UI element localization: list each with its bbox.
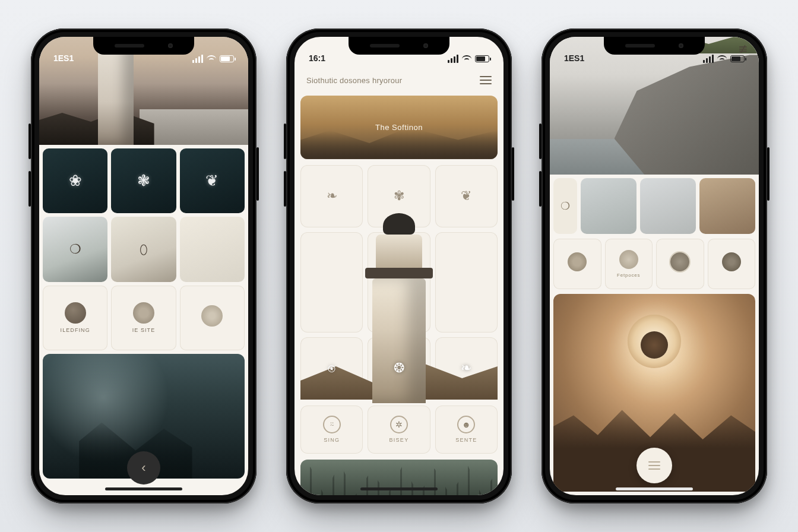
grid-tile[interactable]: ❦ — [435, 165, 498, 227]
status-icons — [448, 55, 489, 63]
fab-menu-button[interactable] — [636, 448, 672, 483]
seed-icon: ⬯ — [140, 242, 148, 257]
tile-drop-icon[interactable]: ❍ — [43, 217, 107, 281]
page-title: Siothutic dosones hryorour — [306, 76, 402, 85]
tile-blank[interactable] — [180, 217, 245, 281]
bud-icon: ✾ — [394, 188, 404, 204]
grid-tile[interactable] — [435, 232, 498, 332]
battery-icon — [475, 55, 489, 62]
drop-icon: ❍ — [560, 200, 570, 213]
wifi-icon — [207, 55, 216, 62]
status-time: 16:1 — [309, 53, 325, 63]
signal-icon — [703, 55, 714, 63]
category-row: ILEDFING IE SITE — [39, 286, 248, 354]
category-label: ILEDFING — [61, 327, 90, 333]
category-icon — [722, 252, 741, 271]
tile-shell-icon[interactable]: ❃ — [111, 148, 176, 213]
thumb-tile[interactable] — [581, 178, 636, 234]
wifi-icon — [717, 55, 727, 62]
tile-coral-icon[interactable]: ❀ — [43, 148, 107, 213]
nav-label: SENTE — [455, 437, 477, 443]
fern-icon: ❦ — [461, 188, 471, 204]
signal-icon — [192, 55, 203, 63]
status-time: 1ES1 — [564, 53, 584, 63]
phone-mock-2: 16:1 Siothutic dosones hryorour The Soft… — [286, 28, 512, 504]
menu-icon — [648, 465, 660, 466]
notch — [349, 37, 449, 55]
nav-label: BISEY — [390, 437, 409, 443]
category-row: Fetpoces — [550, 234, 759, 294]
category-tile[interactable] — [656, 239, 704, 289]
grid-tile[interactable]: ✾ — [368, 165, 430, 227]
category-label: Fetpoces — [617, 273, 640, 278]
side-glyph-tile[interactable]: ❍ — [553, 178, 577, 234]
status-icons — [192, 55, 234, 63]
category-icon — [201, 305, 223, 327]
thumb-row: ❍ — [550, 175, 759, 234]
notch — [604, 37, 705, 55]
grid-tile[interactable] — [368, 232, 430, 332]
banner-title: The Softinon — [300, 96, 498, 159]
category-icon — [619, 250, 638, 269]
flower-icon: ✲ — [390, 416, 408, 433]
nav-item-1[interactable]: ⍨ SING — [300, 406, 363, 454]
mushroom-icon: ⍨ — [323, 416, 341, 433]
chevron-left-icon: ‹ — [141, 460, 145, 476]
grid-tile[interactable]: ❧ — [435, 337, 498, 400]
menu-icon[interactable] — [480, 76, 492, 84]
nut-icon: ❂ — [394, 360, 404, 376]
category-tile[interactable] — [553, 239, 601, 289]
tile-row-light: ❍ ⬯ — [39, 217, 248, 285]
grid-tile[interactable]: ❂ — [368, 337, 430, 400]
shell-icon: ❃ — [137, 172, 150, 190]
category-icon — [65, 302, 86, 324]
face-icon: ☻ — [457, 416, 475, 433]
tile-row-dark: ❀ ❃ ❦ — [39, 145, 248, 217]
coral-icon: ❀ — [69, 172, 82, 190]
category-tile[interactable]: Fetpoces — [605, 239, 653, 289]
leaf-icon: ❦ — [205, 172, 218, 190]
home-indicator[interactable] — [105, 487, 182, 490]
category-label: IE SITE — [132, 327, 156, 333]
battery-icon — [220, 55, 234, 62]
grid-tile[interactable] — [300, 232, 363, 332]
home-indicator[interactable] — [360, 487, 438, 490]
phone-mock-3: 1ES1 ≢ ❍ Fetpoces — [542, 28, 767, 504]
category-icon — [568, 252, 587, 271]
category-tile-3[interactable] — [180, 286, 245, 350]
tile-seed-icon[interactable]: ⬯ — [111, 217, 176, 281]
bottom-categories: ⍨ SING ✲ BISEY ☻ SENTE — [294, 406, 504, 460]
category-tile[interactable] — [708, 239, 756, 289]
drop-icon: ❍ — [69, 242, 81, 257]
nav-item-3[interactable]: ☻ SENTE — [435, 406, 498, 454]
app-bar: Siothutic dosones hryorour — [294, 65, 504, 96]
category-icon — [670, 252, 689, 271]
status-time: 1ES1 — [53, 53, 74, 63]
battery-icon — [730, 55, 745, 62]
status-icons — [703, 55, 745, 63]
category-tile-2[interactable]: IE SITE — [111, 286, 176, 350]
category-tile-1[interactable]: ILEDFING — [43, 286, 107, 350]
sprout-icon: ❧ — [327, 188, 337, 204]
grid-tile[interactable]: ⍟ — [300, 337, 363, 400]
fab-back-button[interactable]: ‹ — [127, 451, 160, 484]
nav-label: SING — [324, 437, 340, 443]
grid-tile[interactable]: ❧ — [300, 165, 363, 227]
nav-item-2[interactable]: ✲ BISEY — [368, 406, 430, 454]
thumb-tile[interactable] — [640, 178, 696, 234]
signal-icon — [448, 55, 458, 63]
notch — [93, 37, 194, 55]
berry-icon: ❧ — [461, 360, 471, 376]
hero-banner[interactable]: The Softinon — [300, 96, 498, 159]
tile-leaf-icon[interactable]: ❦ — [180, 148, 245, 213]
wifi-icon — [462, 55, 471, 62]
phone-mock-1: 1ES1 ❀ ❃ ❦ ❍ ⬯ ILEDFING — [31, 28, 256, 504]
thumb-tile[interactable] — [699, 178, 755, 234]
home-indicator[interactable] — [616, 487, 693, 490]
pin-icon: ⍟ — [328, 360, 335, 376]
category-icon — [133, 302, 154, 324]
